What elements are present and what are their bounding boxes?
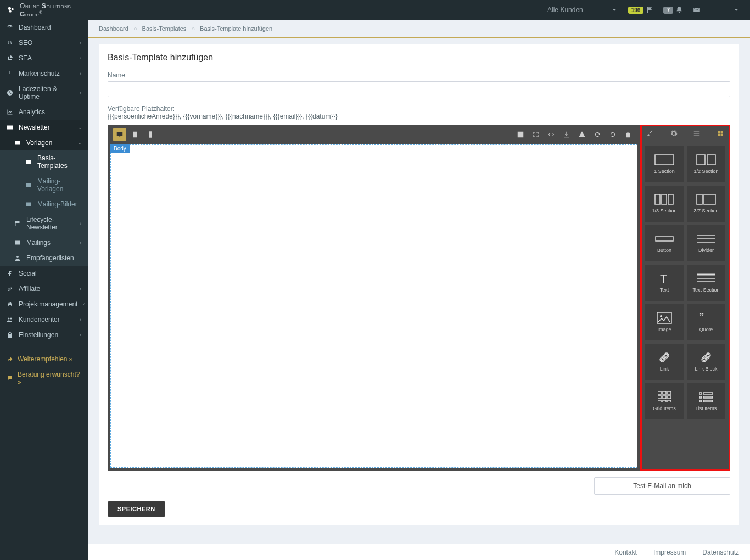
svg-rect-25: [658, 396, 661, 399]
download-button[interactable]: [560, 128, 573, 141]
svg-point-2: [9, 10, 12, 13]
download-icon: [563, 131, 570, 138]
block-image[interactable]: Image: [645, 304, 684, 340]
styles-tab[interactable]: [646, 130, 654, 139]
chevron-icon: ‹: [80, 221, 81, 226]
sidebar-item-empf-ngerlisten[interactable]: Empfängerlisten: [0, 250, 88, 266]
device-mobile-button[interactable]: [144, 128, 157, 141]
block-divider[interactable]: Divider: [687, 225, 725, 261]
chevron-icon: ‹: [80, 317, 81, 322]
svg-rect-6: [655, 194, 660, 204]
messages-item[interactable]: [693, 6, 701, 14]
sidebar-item-mailing-vorlagen[interactable]: Mailing-Vorlagen: [0, 173, 88, 197]
breadcrumb-link[interactable]: Dashboard: [99, 25, 128, 32]
sidebar-link-weiterempfehlen-[interactable]: Weiterempfehlen »: [0, 351, 88, 367]
block-quote[interactable]: ”Quote: [687, 304, 725, 340]
block-sect37[interactable]: 3/7 Section: [687, 186, 725, 222]
brand-logo[interactable]: Online Solutions Group®: [0, 2, 88, 18]
cal-icon: [14, 220, 21, 227]
settings-tab[interactable]: [670, 130, 678, 139]
sidebar-item-ladezeiten-uptime[interactable]: Ladezeiten & Uptime‹: [0, 81, 88, 104]
block-sect3[interactable]: 1/3 Section: [645, 186, 684, 222]
user-menu[interactable]: [732, 6, 740, 14]
side-panel-tabs: [642, 126, 729, 143]
svg-rect-9: [697, 194, 702, 204]
svg-rect-4: [697, 155, 705, 165]
editor-canvas[interactable]: Body: [110, 144, 637, 468]
footer-impressum[interactable]: Impressum: [653, 548, 686, 556]
chevron-icon: ⌵: [79, 140, 81, 145]
customer-dropdown[interactable]: Alle Kunden: [547, 6, 618, 14]
clear-button[interactable]: [622, 128, 635, 141]
footer-kontakt[interactable]: Kontakt: [614, 548, 637, 556]
excl-icon: [7, 70, 13, 77]
sidebar-item-mailing-bilder[interactable]: Mailing-Bilder: [0, 197, 88, 212]
svg-rect-24: [668, 391, 671, 394]
notifications-item[interactable]: 196: [628, 6, 654, 14]
device-desktop-button[interactable]: [113, 128, 126, 141]
sidebar-item-dashboard[interactable]: Dashboard: [0, 20, 88, 35]
test-email-button[interactable]: Test-E-Mail an mich: [594, 477, 730, 495]
bell-icon: [675, 6, 683, 14]
breadcrumb-link[interactable]: Basis-Templates: [142, 25, 187, 32]
code-button[interactable]: [545, 128, 558, 141]
breadcrumb-current: Basis-Template hinzufügen: [200, 25, 272, 32]
block-text[interactable]: TText: [645, 265, 684, 301]
layers-tab[interactable]: [693, 130, 701, 139]
sidebar-item-sea[interactable]: SEA‹: [0, 51, 88, 66]
block-button[interactable]: Button: [645, 225, 684, 261]
flag-icon: [646, 6, 653, 14]
sidebar-item-kundencenter[interactable]: Kundencenter‹: [0, 312, 88, 327]
outline-button[interactable]: [514, 128, 527, 141]
block-link[interactable]: Link: [645, 344, 684, 380]
mail-icon: [693, 6, 701, 14]
mobile-icon: [147, 131, 154, 138]
sidebar-item-mailings[interactable]: Mailings‹: [0, 235, 88, 250]
sidebar-item-vorlagen[interactable]: Vorlagen⌵: [0, 135, 88, 150]
redo-button[interactable]: [606, 128, 619, 141]
warning-button[interactable]: [575, 128, 589, 141]
footer-datenschutz[interactable]: Datenschutz: [702, 548, 739, 556]
brand-icon: [7, 5, 15, 15]
lock-icon: [7, 332, 13, 338]
placeholders-hint: Verfügbare Platzhalter: {{{persoenlicheA…: [108, 105, 730, 120]
editor-main: Body: [108, 125, 640, 471]
block-textsect[interactable]: Text Section: [687, 265, 725, 301]
sidebar-item-newsletter[interactable]: Newsletter⌵: [0, 120, 88, 135]
sidebar-item-projektmanagement[interactable]: Projektmanagement‹: [0, 296, 88, 312]
svg-rect-23: [663, 391, 666, 394]
sidebar-item-lifecycle-newsletter[interactable]: Lifecycle-Newsletter‹: [0, 212, 88, 235]
block-list[interactable]: List Items: [687, 383, 725, 419]
mail-icon: [25, 201, 32, 208]
clock-icon: [7, 89, 13, 96]
main-panel: Basis-Template hinzufügen Name Verfügbar…: [99, 44, 739, 525]
sidebar-item-analytics[interactable]: Analytics: [0, 104, 88, 120]
svg-rect-33: [699, 396, 702, 398]
sidebar-item-markenschutz[interactable]: Markenschutz‹: [0, 66, 88, 81]
sidebar-item-basis-templates[interactable]: Basis-Templates: [0, 150, 88, 173]
sidebar-item-einstellungen[interactable]: Einstellungen‹: [0, 327, 88, 343]
sidebar-link-beratung-erw-nscht-[interactable]: Beratung erwünscht? »: [0, 367, 88, 390]
sidebar-item-social[interactable]: Social: [0, 266, 88, 281]
blocks-panel: 1 Section1/2 Section1/3 Section3/7 Secti…: [640, 125, 730, 471]
device-tablet-button[interactable]: [128, 128, 142, 141]
menu-icon: [693, 130, 701, 137]
grid-icon: [717, 130, 724, 137]
fullscreen-button[interactable]: [529, 128, 542, 141]
g-icon: [7, 40, 13, 46]
sect2-icon: [696, 154, 716, 166]
block-linkblock[interactable]: Link Block: [687, 344, 725, 380]
sidebar-item-seo[interactable]: SEO‹: [0, 35, 88, 51]
block-grid[interactable]: Grid Items: [645, 383, 684, 419]
sect37-icon: [696, 193, 716, 205]
block-sect2[interactable]: 1/2 Section: [687, 146, 725, 182]
name-input[interactable]: [108, 81, 730, 97]
svg-rect-30: [668, 400, 671, 402]
topbar: Online Solutions Group® Alle Kunden 196 …: [0, 0, 750, 20]
blocks-tab[interactable]: [717, 130, 724, 139]
undo-button[interactable]: [591, 128, 604, 141]
alerts-item[interactable]: 7: [663, 6, 683, 14]
sidebar-item-affiliate[interactable]: Affiliate‹: [0, 281, 88, 296]
save-button[interactable]: SPEICHERN: [108, 501, 165, 517]
block-sect1[interactable]: 1 Section: [645, 146, 684, 182]
